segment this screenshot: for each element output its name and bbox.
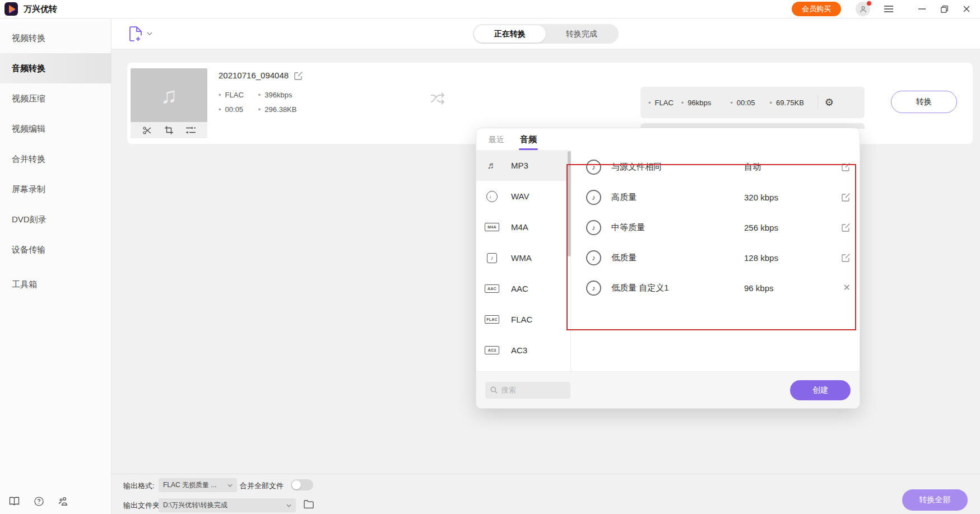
close-icon [963,6,970,12]
sidebar-item-audio-convert[interactable]: 音频转换 [0,53,111,83]
source-bitrate: 396kbps [258,91,297,99]
edit-icon [842,253,851,262]
audio-thumbnail: ♫ [131,68,207,122]
format-item-m4a[interactable]: M4A M4A [476,212,570,242]
source-duration: 00:05 [219,105,244,114]
format-item-ac3[interactable]: AC3 AC3 [476,335,570,366]
convert-arrows-icon [430,92,447,105]
convert-status-tabs: 正在转换 转换完成 [473,24,619,44]
maximize-button[interactable] [933,1,955,17]
preset-gauge-icon: ♪ [586,220,601,235]
edit-icon [842,223,851,232]
convert-button[interactable]: 转换 [891,91,957,113]
rename-button[interactable] [294,71,303,80]
format-popup-tabs: 最近 音频 [476,128,860,150]
wav-disc-icon: ♩ [486,191,498,202]
edit-icon [842,162,851,171]
source-media-info: FLAC 396kbps 00:05 296.38KB [219,91,296,114]
close-button[interactable] [955,1,978,17]
notification-dot [867,1,871,6]
sidebar: 视频转换 音频转换 视频压缩 视频编辑 合并转换 屏幕录制 DVD刻录 设备传输… [0,18,112,514]
menu-button[interactable] [884,5,894,13]
create-preset-button[interactable]: 创建 [790,380,851,400]
output-format-label: 输出格式: [123,481,155,491]
format-item-wma[interactable]: ♪ WMA [476,242,570,273]
quality-item-medium[interactable]: ♪ 中等质量 256 kbps [571,212,860,242]
sidebar-item-merge-convert[interactable]: 合并转换 [0,144,111,174]
output-folder-dropdown[interactable]: D:\万兴优转\转换完成 [159,498,296,512]
preset-gauge-icon: ♪ [586,250,601,265]
output-format-dropdown[interactable]: FLAC 无损质量 ... [159,478,237,492]
quality-item-high[interactable]: ♪ 高质量 320 kbps [571,182,860,212]
edit-preset-button[interactable] [842,162,851,171]
output-format: FLAC [648,99,674,107]
convert-all-button[interactable]: 转换全部 [902,489,968,511]
minimize-button[interactable] [911,1,933,17]
format-popup: 最近 音频 ♬ MP3 ♩ WAV M4A [476,128,860,409]
clip-toolbar [131,122,207,138]
format-item-aac[interactable]: AAC AAC [476,273,570,304]
app-logo-icon [4,2,18,16]
sidebar-item-video-edit[interactable]: 视频编辑 [0,114,111,144]
quality-item-low[interactable]: ♪ 低质量 128 kbps [571,242,860,273]
crop-icon [165,126,173,134]
wma-note-icon: ♪ [487,253,497,263]
buy-membership-button[interactable]: 会员购买 [792,2,841,16]
aac-badge-icon: AAC [485,284,499,293]
output-bitrate: 96kbps [681,99,711,107]
preset-gauge-icon: ♪ [586,190,601,205]
book-icon [9,497,20,506]
preset-gauge-icon: ♪ [586,160,601,175]
edit-icon [842,193,851,202]
format-item-flac[interactable]: FLAC FLAC [476,304,570,335]
edit-preset-button[interactable] [842,223,851,232]
help-icon [34,497,44,506]
output-duration: 00:05 [730,99,755,107]
edit-preset-button[interactable] [842,193,851,202]
output-settings-bar[interactable]: FLAC 96kbps 00:05 69.75KB ⚙ [640,87,865,118]
tab-converting[interactable]: 正在转换 [474,25,546,43]
delete-preset-button[interactable]: ✕ [843,283,851,292]
merge-all-toggle[interactable] [291,479,313,490]
crop-button[interactable] [165,126,173,134]
hamburger-icon [884,5,894,13]
quality-item-same-as-source[interactable]: ♪ 与源文件相同 自动 [571,152,860,182]
browse-folder-button[interactable] [304,500,314,508]
guide-button[interactable] [9,497,20,506]
help-button[interactable] [34,497,44,506]
source-size: 296.38KB [258,105,297,114]
chevron-down-icon [147,32,152,35]
trim-button[interactable] [143,127,152,134]
user-icon [859,5,867,13]
sidebar-item-device-transfer[interactable]: 设备传输 [0,235,111,265]
add-file-button[interactable] [129,26,152,41]
sidebar-item-dvd-burn[interactable]: DVD刻录 [0,204,111,235]
chevron-down-icon [286,504,291,507]
account-avatar[interactable] [856,2,870,16]
search-input[interactable] [501,386,565,394]
music-note-icon: ♫ [161,83,178,108]
quality-list: ♪ 与源文件相同 自动 ♪ 高质量 320 kbps [571,150,860,371]
add-file-icon [129,26,142,41]
users-icon [58,497,68,506]
sidebar-item-video-convert[interactable]: 视频转换 [0,23,111,53]
edit-icon [294,71,303,80]
tab-recent[interactable]: 最近 [489,135,504,150]
output-size: 69.75KB [769,99,803,107]
community-button[interactable] [58,497,68,506]
output-folder-label: 输出文件夹: [123,501,162,511]
search-icon [490,386,498,394]
tab-converted[interactable]: 转换完成 [546,25,617,43]
format-item-mp3[interactable]: ♬ MP3 [476,150,570,181]
merge-all-label: 合并全部文件 [240,481,284,491]
quality-item-custom1[interactable]: ♪ 低质量 自定义1 96 kbps ✕ [571,273,860,303]
output-gear-button[interactable]: ⚙ [825,97,834,108]
effects-button[interactable] [186,127,196,134]
divider [818,95,818,110]
tab-audio[interactable]: 音频 [520,134,537,150]
sidebar-item-video-compress[interactable]: 视频压缩 [0,83,111,114]
sidebar-item-toolbox[interactable]: 工具箱 [0,269,111,300]
sidebar-item-screen-record[interactable]: 屏幕录制 [0,174,111,204]
format-item-wav[interactable]: ♩ WAV [476,181,570,212]
edit-preset-button[interactable] [842,253,851,262]
